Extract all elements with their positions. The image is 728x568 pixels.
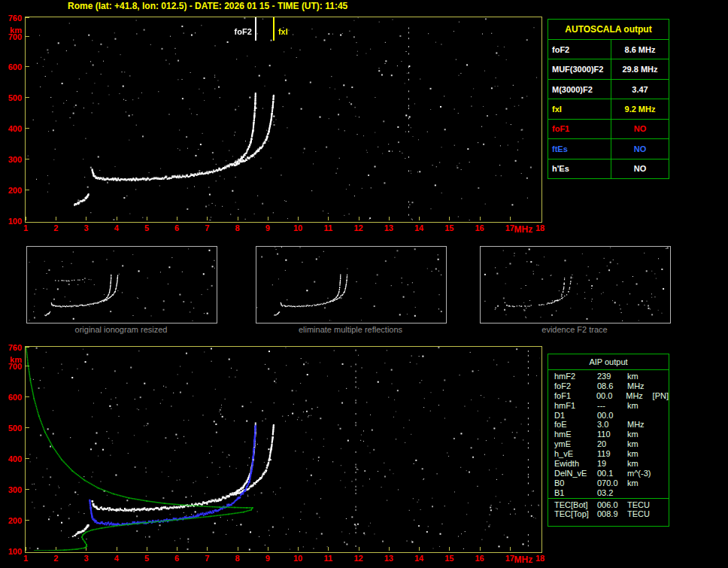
x-axis-tick-label: 17: [505, 223, 514, 232]
x-axis-tick-label: 3: [83, 223, 88, 232]
aip-row: B0070.0km: [548, 478, 669, 488]
aip-param-unit: km: [627, 449, 654, 459]
aip-row: foF208.6MHz: [548, 381, 669, 391]
x-axis-tick-label: 5: [144, 554, 149, 563]
aip-param-label: h_vE: [554, 449, 597, 459]
aip-param-unit: [627, 411, 654, 421]
aip-param-value: 03.2: [597, 488, 627, 498]
station-title: Rome (lat: +41.8, lon: 012.5) - DATE: 20…: [68, 1, 347, 11]
aip-row: DelN_vE00.1m^(-3): [548, 469, 669, 478]
aip-param-label: Ewidth: [554, 459, 597, 469]
autoscala-table-title: AUTOSCALA output: [548, 20, 669, 40]
aip-row: h_vE119km: [548, 449, 669, 459]
x-axis-tick-label: 1: [23, 554, 28, 563]
autoscala-param-label: M(3000)F2: [548, 80, 611, 99]
autoscala-param-label: foF2: [548, 40, 611, 59]
x-axis-tick-label: 1: [23, 223, 28, 232]
autoscala-row: ftEsNO: [548, 139, 669, 159]
x-axis-tick-label: 2: [53, 554, 58, 563]
x-axis-tick-label: 15: [444, 223, 453, 232]
aip-param-unit: km: [627, 439, 654, 449]
autoscala-param-label: MUF(3000)F2: [548, 59, 611, 78]
x-axis-tick-label: 10: [293, 554, 302, 563]
autoscala-param-value: 8.6 MHz: [611, 40, 669, 59]
autoscala-param-value: 9.2 MHz: [611, 99, 669, 118]
x-axis-tick-label: 18: [535, 223, 544, 232]
aip-param-value: 08.6: [597, 381, 627, 391]
x-axis-tick-label: 4: [114, 223, 119, 232]
x-axis-tick-label: 7: [205, 223, 209, 232]
aip-row: B103.2: [548, 488, 669, 498]
aip-param-value: 239: [597, 372, 627, 381]
aip-tec-row: TEC[Bot]006.0TECU: [548, 500, 669, 510]
x-axis-tick-label: 9: [265, 554, 270, 563]
panel-caption-original: original ionogram resized: [26, 325, 216, 334]
evidence-f2-canvas: [481, 247, 669, 321]
eliminate-reflections-panel: [256, 246, 447, 323]
aip-param-label: hmF1: [554, 401, 597, 411]
aip-param-note: [654, 478, 669, 488]
aip-tec-value: 008.9: [597, 509, 627, 519]
x-axis-tick-label: 9: [265, 223, 270, 232]
autoscala-param-label: ftEs: [548, 139, 611, 158]
autoscala-window: Rome (lat: +41.8, lon: 012.5) - DATE: 20…: [0, 0, 728, 568]
y-axis-tick-label: 100: [2, 217, 22, 226]
aip-param-unit: km: [627, 459, 654, 469]
aip-param-unit: MHz: [627, 381, 654, 391]
panel-caption-eliminate: eliminate multiple reflections: [256, 325, 445, 334]
aip-param-label: B0: [554, 478, 597, 488]
aip-param-value: 110: [597, 430, 627, 439]
autoscala-output-table: AUTOSCALA output foF28.6 MHzMUF(3000)F22…: [548, 19, 669, 179]
autoscala-row: MUF(3000)F229.8 MHz: [548, 59, 669, 79]
y-axis-tick-label: 500: [2, 424, 22, 433]
x-axis-tick-label: 2: [53, 223, 58, 232]
aip-param-note: [PN]: [653, 391, 669, 401]
aip-param-label: D1: [554, 411, 597, 421]
x-axis-tick-label: 3: [83, 554, 88, 563]
y-axis-tick-label: 500: [2, 93, 22, 102]
aip-param-value: 00.0: [597, 411, 627, 421]
aip-param-note: [654, 381, 669, 391]
autoscala-param-value: 3.47: [611, 80, 669, 99]
aip-row: Ewidth19km: [548, 459, 669, 469]
aip-param-note: [654, 488, 669, 498]
y-axis-tick-label: 760: [2, 14, 22, 23]
x-axis-tick-label: 16: [475, 554, 484, 563]
x-axis-tick-label: 12: [353, 554, 362, 563]
x-axis-tick-label: 15: [444, 554, 453, 563]
scaled-ionogram-canvas: [26, 17, 540, 220]
x-axis-tick-label: 5: [144, 223, 149, 232]
y-axis-tick-label: 300: [2, 155, 22, 164]
y-axis-tick-label: 300: [2, 485, 22, 494]
aip-tec-row: TEC[Top]008.9TECU: [548, 509, 669, 519]
aip-param-note: [654, 401, 669, 411]
aip-row: hmE110km: [548, 430, 669, 439]
y-axis-tick-label: 400: [2, 124, 22, 133]
autoscala-param-label: fxI: [548, 99, 611, 118]
aip-param-label: DelN_vE: [554, 469, 597, 478]
aip-row: ymE20km: [548, 439, 669, 449]
aip-param-value: 19: [597, 459, 627, 469]
fxi-marker-line: [273, 17, 275, 41]
autoscala-row: foF28.6 MHz: [548, 40, 669, 59]
x-axis-tick-label: 8: [235, 554, 240, 563]
y-axis-tick-label: 100: [2, 547, 22, 556]
aip-tec-unit: TECU: [627, 500, 654, 510]
y-axis-tick-label: 600: [2, 393, 22, 402]
x-axis-tick-label: 10: [293, 223, 302, 232]
aip-param-label: hmE: [554, 430, 597, 439]
aip-param-unit: MHz: [627, 420, 654, 430]
scaled-ionogram-plot: [25, 17, 542, 223]
aip-param-value: ---: [597, 401, 627, 411]
aip-output-table: AIP output hmF2239kmfoF208.6MHzfoF100.0M…: [548, 354, 669, 527]
x-axis-tick-label: 14: [414, 554, 423, 563]
y-axis-tick-label: 400: [2, 454, 22, 463]
restored-ionogram-canvas: [26, 347, 540, 551]
x-axis-tick-label: 18: [535, 554, 544, 563]
aip-param-label: B1: [554, 488, 597, 498]
autoscala-param-value: NO: [611, 159, 669, 178]
aip-param-note: [654, 439, 669, 449]
aip-row: foE3.0MHz: [548, 420, 669, 430]
x-axis-tick-label: 4: [114, 554, 119, 563]
y-axis-tick-label: 200: [2, 186, 22, 195]
